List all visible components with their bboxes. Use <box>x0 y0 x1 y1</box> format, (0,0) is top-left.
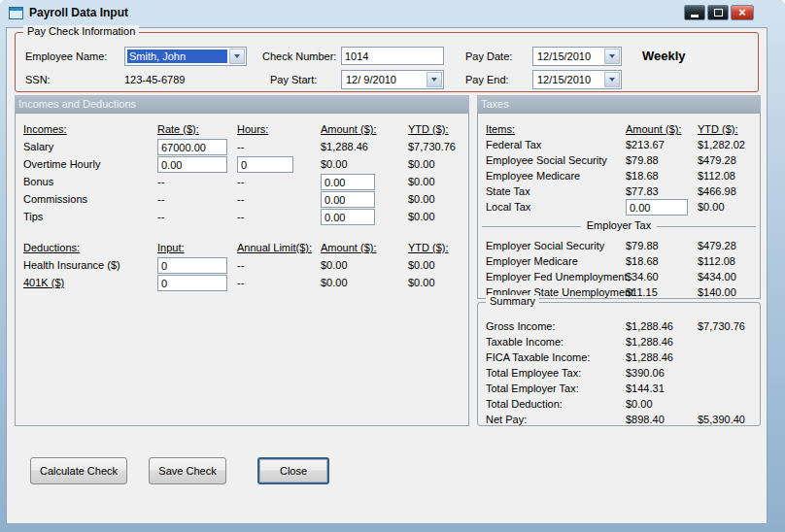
income-amount: $0.00 <box>321 158 348 170</box>
income-hours: -- <box>237 193 244 205</box>
incomes-header-rate: Rate ($): <box>157 123 199 135</box>
tax-item: Employee Social Security <box>486 154 607 166</box>
save-check-button[interactable]: Save Check <box>149 457 226 484</box>
window-title: Payroll Data Input <box>29 6 128 19</box>
bonus-amount-input[interactable] <box>321 174 375 190</box>
income-row-tips: Tips -- -- $0.00 <box>16 209 468 226</box>
ssn-label: SSN: <box>25 74 51 85</box>
income-amount: $1,288.46 <box>321 141 368 152</box>
health-insurance-input[interactable] <box>157 257 227 274</box>
pay-start-value: 12/ 9/2010 <box>344 73 425 86</box>
close-icon: × <box>738 6 746 19</box>
summary-label: Total Deduction: <box>486 398 563 410</box>
income-ytd: $0.00 <box>408 193 435 205</box>
paycheck-info-group: Pay Check Information Employee Name: Smi… <box>15 32 759 92</box>
income-row-commissions: Commissions -- -- $0.00 <box>16 191 468 209</box>
deductions-header-row: Deductions: Input: Annual Limit($): Amou… <box>16 240 468 257</box>
pay-end-value: 12/15/2010 <box>535 73 602 86</box>
income-row-overtime: Overtime Hourly $0.00 $0.00 <box>16 156 468 174</box>
tax-item: Local Tax <box>486 201 530 213</box>
incomes-deductions-title: Incomes and Deductions <box>18 98 136 110</box>
income-hours: -- <box>237 141 244 152</box>
calculate-check-button[interactable]: Calculate Check <box>30 457 127 484</box>
summary-amount: $898.40 <box>626 414 665 425</box>
income-name: Overtime Hourly <box>23 158 100 170</box>
tax-amount: $11.15 <box>626 286 658 298</box>
tax-amount: $34.60 <box>626 271 659 283</box>
tax-amount: $77.83 <box>626 185 659 197</box>
maximize-button[interactable] <box>707 5 729 20</box>
summary-label: Gross Income: <box>486 320 556 332</box>
income-row-salary: Salary -- $1,288.46 $7,730.76 <box>16 139 468 156</box>
close-window-button[interactable]: × <box>731 5 754 20</box>
client-area: Pay Check Information Employee Name: Smi… <box>6 27 768 524</box>
check-number-label: Check Number: <box>262 50 336 62</box>
taxes-header-ytd: YTD ($): <box>698 123 738 135</box>
maximize-icon <box>714 9 723 17</box>
incomes-deductions-section-header: Incomes and Deductions <box>15 95 469 113</box>
incomes-header-hours: Hours: <box>237 123 268 135</box>
incomes-header-row: Incomes: Rate ($): Hours: Amount ($): YT… <box>16 121 468 139</box>
income-name: Commissions <box>23 193 87 205</box>
deductions-header-amount: Amount ($): <box>321 242 376 253</box>
taxes-section-header: Taxes <box>477 95 761 113</box>
deductions-header-limit: Annual Limit($): <box>237 242 312 253</box>
summary-group: Summary Gross Income: $1,288.46 $7,730.7… <box>477 302 761 426</box>
deduction-ytd: $0.00 <box>408 259 435 271</box>
pay-date-value: 12/15/2010 <box>535 50 602 63</box>
pay-end-select[interactable]: 12/15/2010 <box>532 70 622 89</box>
overtime-hours-input[interactable] <box>237 156 293 173</box>
summary-label: Net Pay: <box>486 414 527 425</box>
taxes-header-items: Items: <box>486 123 515 135</box>
deduction-row-health-insurance: Health Insurance ($) -- $0.00 $0.00 <box>16 257 468 275</box>
taxes-header-amount: Amount ($): <box>626 123 681 135</box>
income-ytd: $0.00 <box>408 176 435 187</box>
taxes-title: Taxes <box>481 98 509 110</box>
pay-date-dropdown-icon[interactable] <box>604 49 620 64</box>
salary-rate-input[interactable] <box>157 139 227 155</box>
tax-amount: $18.68 <box>626 255 659 267</box>
deduction-401k-link[interactable]: 401K ($) <box>23 277 64 288</box>
summary-label: Total Employer Tax: <box>486 382 579 394</box>
local-tax-input[interactable] <box>626 199 688 216</box>
pay-frequency-label: Weekly <box>642 49 686 63</box>
tax-amount: $79.88 <box>626 154 659 166</box>
income-ytd: $0.00 <box>408 211 435 222</box>
app-icon <box>9 7 23 19</box>
minimize-button[interactable] <box>684 5 705 20</box>
pay-start-select[interactable]: 12/ 9/2010 <box>341 70 444 89</box>
employee-name-label: Employee Name: <box>25 50 107 62</box>
401k-input[interactable] <box>157 275 227 291</box>
deduction-limit: -- <box>237 259 244 271</box>
tax-ytd: $479.28 <box>698 240 736 251</box>
employee-name-dropdown-icon[interactable] <box>229 49 245 64</box>
tips-amount-input[interactable] <box>321 209 375 225</box>
incomes-header-ytd: YTD ($): <box>408 123 449 135</box>
pay-end-dropdown-icon[interactable] <box>604 72 620 87</box>
employee-name-select[interactable]: Smith, John <box>124 47 247 66</box>
summary-label: Taxable Income: <box>486 336 563 348</box>
incomes-header-name: Incomes: <box>23 123 67 135</box>
income-hours: -- <box>237 176 244 187</box>
tax-ytd: $112.08 <box>698 255 735 267</box>
tax-amount: $18.68 <box>626 170 659 182</box>
check-number-input[interactable] <box>341 47 444 65</box>
incomes-header-amount: Amount ($): <box>321 123 376 135</box>
taxes-panel: Items: Amount ($): YTD ($): Federal Tax … <box>477 113 761 299</box>
deductions-header-ytd: YTD ($): <box>408 242 449 253</box>
tax-amount: $213.67 <box>626 139 665 150</box>
pay-date-select[interactable]: 12/15/2010 <box>532 47 622 66</box>
pay-start-dropdown-icon[interactable] <box>427 72 442 87</box>
tax-item: Employee Medicare <box>486 170 580 182</box>
summary-amount: $1,288.46 <box>626 351 673 363</box>
tax-ytd: $466.98 <box>698 185 736 197</box>
commissions-amount-input[interactable] <box>321 191 375 208</box>
close-button[interactable]: Close <box>257 457 329 484</box>
deduction-amount: $0.00 <box>321 277 348 288</box>
incomes-deductions-panel: Incomes: Rate ($): Hours: Amount ($): YT… <box>15 113 469 426</box>
income-rate: -- <box>157 211 164 222</box>
income-name: Bonus <box>23 176 53 187</box>
income-row-bonus: Bonus -- -- $0.00 <box>16 174 468 191</box>
overtime-rate-input[interactable] <box>157 156 227 173</box>
income-rate: -- <box>157 193 164 205</box>
